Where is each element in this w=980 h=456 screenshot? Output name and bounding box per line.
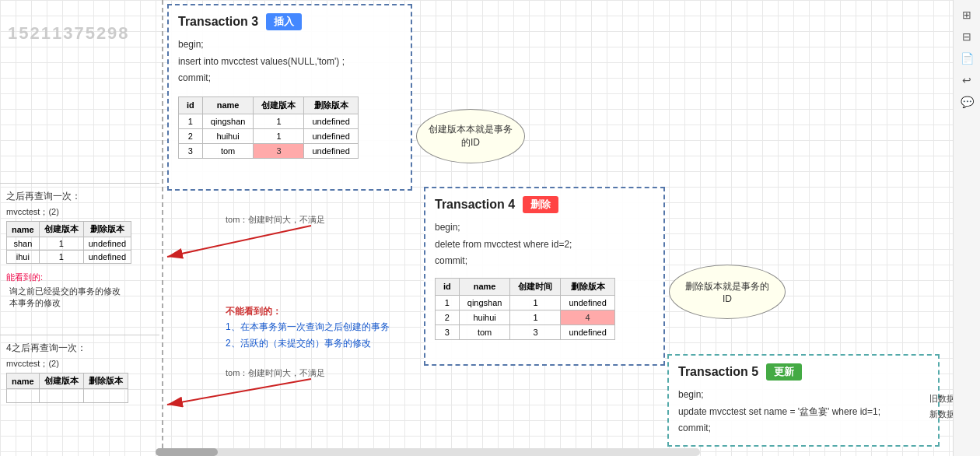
- query-bottom-title: 4之后再查询一次：: [6, 342, 153, 355]
- cell-name: tom: [459, 324, 510, 339]
- cell-name: huihui: [202, 128, 254, 143]
- transaction3-table: id name 创建版本 删除版本 1 qingshan 1 undefined…: [178, 96, 359, 159]
- code-line-2: commit;: [678, 420, 929, 437]
- toolbar-icon-2[interactable]: 📄: [958, 50, 975, 67]
- transaction3-bubble: 创建版本本就是事务的ID: [416, 109, 525, 163]
- cell: undefined: [83, 251, 131, 264]
- th-deleted: 删除版本: [561, 278, 614, 295]
- toolbar-icon-0[interactable]: ⊞: [958, 6, 975, 23]
- horizontal-scrollbar[interactable]: [156, 448, 700, 456]
- th-name: name: [202, 96, 254, 114]
- th-deleted: 删除版本: [304, 96, 358, 114]
- transaction5-badge: 更新: [766, 363, 802, 381]
- cell-created: 3: [510, 324, 561, 339]
- transaction5-box: Transaction 5 更新 begin; update mvcctest …: [667, 354, 940, 447]
- code-line-1: delete from mvcctest where id=2;: [435, 237, 654, 254]
- table-row: 3 tom 3 undefined: [436, 324, 615, 339]
- cell-deleted: undefined: [304, 114, 358, 128]
- code-line-2: commit;: [435, 253, 654, 270]
- query-bottom-table: name 创建版本 删除版本: [6, 373, 128, 403]
- query-top-subtitle: mvcctest；(2): [6, 206, 153, 218]
- cell-deleted: undefined: [304, 128, 358, 143]
- cannot-see-title: 不能看到的：: [226, 303, 390, 319]
- cannot-see-box: 不能看到的： 1、在本事务第一次查询之后创建的事务 2、活跃的（未提交的）事务的…: [226, 303, 390, 351]
- transaction4-code: begin; delete from mvcctest where id=2; …: [435, 219, 654, 270]
- cell-created-highlight: 3: [254, 143, 304, 158]
- cell: shan: [7, 237, 40, 251]
- cell: [83, 389, 128, 403]
- cell: 1: [39, 237, 83, 251]
- bubble-text: 创建版本本就是事务的ID: [429, 123, 513, 149]
- th-created: 创建时间: [510, 278, 561, 295]
- table-row: [7, 389, 128, 403]
- right-toolbar: ⊞ ⊟ 📄 ↩ 💬: [953, 0, 980, 456]
- cell-name: qingshan: [202, 114, 254, 128]
- transaction4-title: Transaction 4: [435, 198, 515, 212]
- cell-id: 1: [179, 114, 203, 128]
- can-see-title: 能看到的:: [6, 272, 153, 283]
- code-line-1: insert into mvcctest values(NULL,'tom') …: [178, 54, 401, 71]
- col-name: name: [7, 222, 40, 237]
- query-top-title: 之后再查询一次：: [6, 190, 153, 203]
- code-line-0: begin;: [678, 387, 929, 404]
- transaction5-title: Transaction 5: [678, 365, 758, 379]
- col-created: 创建版本: [39, 374, 83, 389]
- cell-created: 1: [254, 114, 304, 128]
- table-row: 2 huihui 1 undefined: [179, 128, 359, 143]
- cell-id: 3: [436, 324, 460, 339]
- th-name: name: [459, 278, 510, 295]
- code-line-0: begin;: [435, 219, 654, 237]
- code-line-2: commit;: [178, 70, 401, 87]
- transaction5-old-note: 旧数据记录: [929, 393, 953, 405]
- toolbar-icon-4[interactable]: 💬: [958, 93, 975, 110]
- transaction3-header: Transaction 3 插入: [178, 13, 401, 30]
- cell-name: tom: [202, 143, 254, 158]
- transaction3-title: Transaction 3: [178, 15, 258, 29]
- cell-deleted: undefined: [561, 324, 614, 339]
- bubble-text: 删除版本就是事务的ID: [681, 280, 773, 304]
- transaction4-box: Transaction 4 删除 begin; delete from mvcc…: [424, 187, 665, 366]
- transaction4-table: id name 创建时间 删除版本 1 qingshan 1 undefined…: [435, 278, 615, 340]
- th-id: id: [436, 278, 460, 295]
- table-row: 1 qingshan 1 undefined: [436, 295, 615, 310]
- cell-id: 1: [436, 295, 460, 310]
- main-area: 15211375298 之后再查询一次： mvcctest；(2) name 创…: [0, 0, 953, 456]
- transaction3-note: tom：创建时间大，不满足: [226, 214, 325, 226]
- cell-id: 2: [179, 128, 203, 143]
- cannot-see-item-0: 1、在本事务第一次查询之后创建的事务: [226, 319, 390, 335]
- cell: [7, 389, 40, 403]
- col-created: 创建版本: [39, 222, 83, 237]
- table-row: 2 huihui 1 4: [436, 310, 615, 324]
- toolbar-icon-3[interactable]: ↩: [958, 72, 975, 89]
- toolbar-icon-1[interactable]: ⊟: [958, 28, 975, 45]
- cell-created: 1: [510, 295, 561, 310]
- query-bottom-subtitle: mvcctest；(2): [6, 358, 153, 370]
- col-name: name: [7, 374, 40, 389]
- cell-name: qingshan: [459, 295, 510, 310]
- col-deleted: 删除版本: [83, 374, 128, 389]
- transaction4-header: Transaction 4 删除: [435, 196, 654, 213]
- cell-deleted: undefined: [304, 143, 358, 158]
- cell-name: huihui: [459, 310, 510, 324]
- cell-deleted: undefined: [561, 295, 614, 310]
- th-id: id: [179, 96, 203, 114]
- left-query-top: 之后再查询一次： mvcctest；(2) name 创建版本 删除版本 sha…: [0, 183, 159, 315]
- cell-id: 2: [436, 310, 460, 324]
- watermark: 15211375298: [8, 23, 130, 44]
- query-top-table: name 创建版本 删除版本 shan 1 undefined ihui 1 u…: [6, 221, 131, 264]
- code-line-0: begin;: [178, 37, 401, 54]
- cell-created: 1: [510, 310, 561, 324]
- left-query-bottom: 4之后再查询一次： mvcctest；(2) name 创建版本 删除版本: [0, 335, 159, 409]
- cell: ihui: [7, 251, 40, 264]
- cell: 1: [39, 251, 83, 264]
- cell: [39, 389, 83, 403]
- th-created: 创建版本: [254, 96, 304, 114]
- can-see-item-0: 询之前已经提交的事务的修改: [9, 286, 153, 297]
- transaction4-bubble: 删除版本就是事务的ID: [669, 265, 786, 319]
- table-row: 3 tom 3 undefined: [179, 143, 359, 158]
- table-row: ihui 1 undefined: [7, 251, 131, 264]
- cell-created: 1: [254, 128, 304, 143]
- table-row: 1 qingshan 1 undefined: [179, 114, 359, 128]
- scrollbar-thumb[interactable]: [156, 448, 218, 456]
- transaction5-header: Transaction 5 更新: [678, 363, 929, 381]
